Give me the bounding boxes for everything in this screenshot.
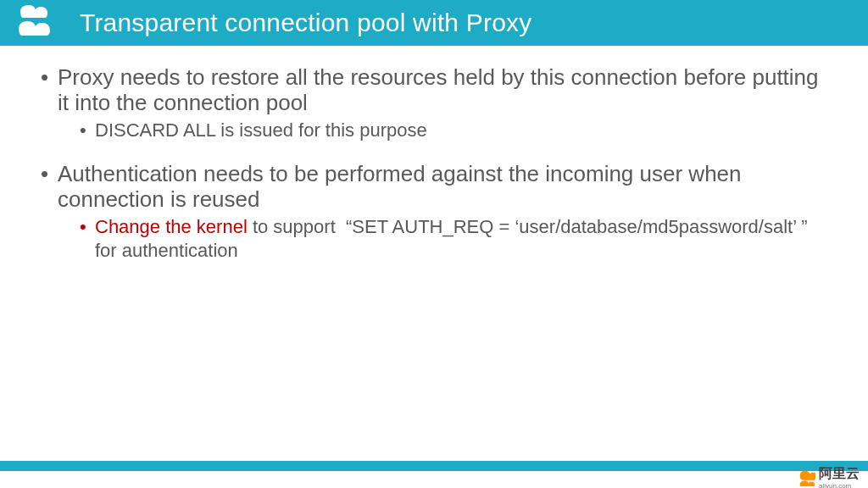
bullet-dot-icon: • [80,215,95,263]
footer-bar [0,461,868,471]
brand-badge: 阿里云 aliyun.com [797,467,860,487]
sub-bullet-text: Change the kernel to support “SET AUTH_R… [95,215,827,263]
slide-title: Transparent connection pool with Proxy [80,8,531,37]
slide-body: • Proxy needs to restore all the resourc… [0,46,868,263]
bullet-dot-icon: • [41,161,58,212]
aliyun-logo-icon [797,468,815,486]
bullet-item: • Proxy needs to restore all the resourc… [41,64,827,142]
bullet-dot-icon: • [41,64,58,115]
bullet-dot-icon: • [80,119,95,142]
brand-url: aliyun.com [819,483,860,489]
bullet-text: Authentication needs to be performed aga… [58,161,827,212]
slide-header: Transparent connection pool with Proxy [0,0,868,46]
sub-bullet-item: • Change the kernel to support “SET AUTH… [80,215,827,263]
cloud-logo-icon [12,0,63,46]
brand-name: 阿里云 [819,465,860,483]
bullet-item: • Authentication needs to be performed a… [41,161,827,263]
sub-bullet-item: • DISCARD ALL is issued for this purpose [80,119,827,142]
sub-bullet-text: DISCARD ALL is issued for this purpose [95,119,427,142]
bullet-text: Proxy needs to restore all the resources… [58,64,827,115]
